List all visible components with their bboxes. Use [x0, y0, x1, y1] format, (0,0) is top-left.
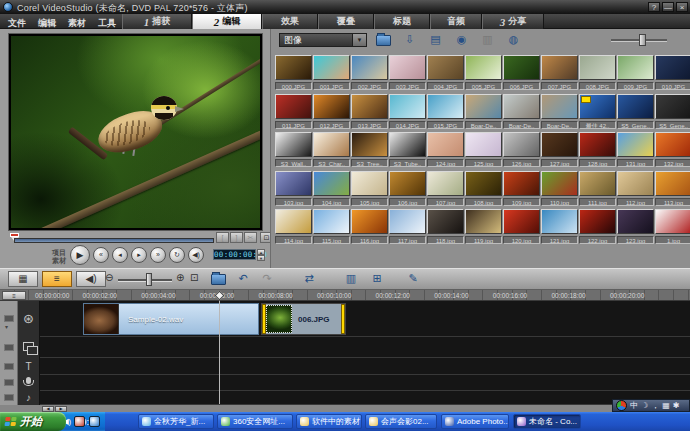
library-item[interactable]: 119.jpg [465, 209, 501, 244]
ime-mode-icon[interactable]: 中 [630, 400, 638, 411]
quick-launch-icon-2[interactable] [89, 416, 100, 427]
library-item[interactable]: 1.jpg [655, 209, 690, 244]
insert-photo-button[interactable]: ⊞ [368, 271, 386, 287]
title-track-toggle[interactable] [4, 363, 14, 370]
import-media-icon[interactable]: ⇩ [401, 32, 418, 47]
library-item[interactable]: 008.JPG [579, 55, 615, 90]
library-item[interactable]: Boar-De.. [503, 94, 539, 129]
overlay-track-toggle[interactable] [4, 344, 14, 351]
fit-project-icon[interactable]: ⊡ [190, 272, 198, 283]
quick-launch-icon-1[interactable] [74, 416, 85, 427]
library-item[interactable]: 128.jpg [579, 132, 615, 167]
voice-track-header[interactable] [18, 375, 40, 391]
library-item[interactable]: 122.jpg [579, 209, 615, 244]
storyboard-view-button[interactable]: ▦ [8, 271, 38, 287]
library-item[interactable]: 014.JPG [389, 94, 425, 129]
library-item[interactable]: S3_Char.. [313, 132, 349, 167]
timeline-zoom-slider-thumb[interactable] [146, 273, 152, 286]
sort-by-icon[interactable]: ▤ [427, 32, 444, 47]
library-item[interactable]: 111.jpg [579, 171, 615, 206]
timeline-zoom-slider-track[interactable] [118, 279, 172, 282]
library-item[interactable]: 125.jpg [465, 132, 501, 167]
minimize-button[interactable]: — [662, 2, 674, 12]
music-track-header[interactable]: ♪ [18, 391, 40, 405]
library-item[interactable]: 124.jpg [427, 132, 463, 167]
library-item[interactable]: 126.jpg [503, 132, 539, 167]
library-item[interactable]: 127.jpg [541, 132, 577, 167]
library-item[interactable]: 013.JPG [351, 94, 387, 129]
library-category-dropdown[interactable]: 图像 ▼ [279, 33, 367, 47]
video-track-toggle[interactable] [4, 315, 14, 322]
mark-out-button[interactable]: ] [230, 232, 243, 243]
play-button[interactable]: ▶ [70, 245, 90, 265]
library-item[interactable]: 121.jpg [541, 209, 577, 244]
previous-frame-button[interactable]: ◂ [112, 247, 128, 263]
taskbar-button[interactable]: 金秋芳华_新... [138, 414, 214, 429]
library-item[interactable]: S3_Tree.. [351, 132, 387, 167]
library-item[interactable]: Boar-De.. [541, 94, 577, 129]
fullwidth-icon[interactable]: ☽ [641, 400, 648, 411]
tab-捕获[interactable]: 1捕获 [122, 14, 192, 29]
library-item[interactable]: 009.JPG [617, 55, 653, 90]
timeline-clip-006jpg-selected[interactable]: 006.JPG [261, 303, 346, 335]
end-button[interactable]: » [150, 247, 166, 263]
help-button[interactable]: ? [648, 2, 660, 12]
ime-logo-icon[interactable] [616, 400, 627, 411]
painting-creator-button[interactable]: ✎ [404, 271, 422, 287]
punctuation-icon[interactable]: ， [651, 400, 659, 411]
batch-convert-button[interactable]: ⇄ [300, 271, 318, 287]
ime-settings-icon[interactable]: ✱ [673, 400, 680, 411]
timeline-clip-sample[interactable]: Sample-02.wav [83, 303, 259, 335]
library-item[interactable]: 114.jpg [275, 209, 311, 244]
taskbar-button[interactable]: 未命名 - Co... [513, 414, 581, 429]
library-item[interactable]: 109.jpg [503, 171, 539, 206]
library-item[interactable]: 000.JPG [275, 55, 311, 90]
chevron-down-icon[interactable]: ▾ [5, 323, 8, 330]
soft-keyboard-icon[interactable]: ▦ [662, 400, 670, 411]
open-folder-icon[interactable] [375, 32, 392, 47]
library-item[interactable]: S5_Gene.. [655, 94, 690, 129]
title-track-header[interactable]: T [18, 358, 40, 375]
voice-track-toggle[interactable] [4, 379, 14, 386]
mark-in-button[interactable]: [ [216, 232, 229, 243]
next-frame-button[interactable]: ▸ [131, 247, 147, 263]
library-item[interactable]: 011.JPG [275, 94, 311, 129]
library-item[interactable]: 006.JPG [503, 55, 539, 90]
library-item[interactable]: 015.JPG [427, 94, 463, 129]
music-track[interactable] [40, 391, 690, 405]
library-item[interactable]: 002.JPG [351, 55, 387, 90]
close-button[interactable]: × [676, 2, 688, 12]
library-item[interactable]: 116.jpg [351, 209, 387, 244]
system-volume-button[interactable]: ◀) [188, 247, 204, 263]
library-item[interactable]: 105.jpg [351, 171, 387, 206]
start-button[interactable]: 开始 [0, 412, 66, 431]
taskbar-button[interactable]: 软件中的素材 [296, 414, 362, 429]
library-item[interactable]: 118.jpg [427, 209, 463, 244]
library-item[interactable]: S3_Wall.. [275, 132, 311, 167]
library-item[interactable]: 113.jpg [655, 171, 690, 206]
library-item[interactable]: 103.jpg [275, 171, 311, 206]
library-item[interactable]: 003.JPG [389, 55, 425, 90]
home-button[interactable]: « [93, 247, 109, 263]
track-selector-button[interactable]: ≡ [2, 291, 26, 300]
timecode-down-button[interactable]: ▼ [257, 255, 265, 261]
thumbnail-size-slider-thumb[interactable] [639, 34, 646, 46]
library-item[interactable]: 108.jpg [465, 171, 501, 206]
library-item[interactable]: 001.JPG [313, 55, 349, 90]
timeline-view-button[interactable]: ≡ [42, 271, 72, 287]
library-item[interactable]: 005.JPG [465, 55, 501, 90]
preview-timecode[interactable]: 00:00:00:00 [213, 249, 256, 260]
overlay-track[interactable] [40, 337, 690, 358]
library-item[interactable]: 106.jpg [389, 171, 425, 206]
library-item[interactable]: 最佳 42.. [579, 94, 615, 129]
clip-mode-label[interactable]: 素材 [52, 256, 66, 266]
video-track-header[interactable]: ⊛ [18, 301, 40, 337]
library-item[interactable]: S3_Tube.. [389, 132, 425, 167]
library-item[interactable]: 112.jpg [617, 171, 653, 206]
tab-音频[interactable]: 音频 [430, 14, 482, 29]
split-clip-button[interactable]: ✂ [244, 232, 257, 243]
library-item[interactable]: 004.JPG [427, 55, 463, 90]
title-track[interactable] [40, 358, 690, 375]
library-item[interactable]: 131.jpg [617, 132, 653, 167]
tab-编辑[interactable]: 2编辑 [192, 14, 262, 29]
